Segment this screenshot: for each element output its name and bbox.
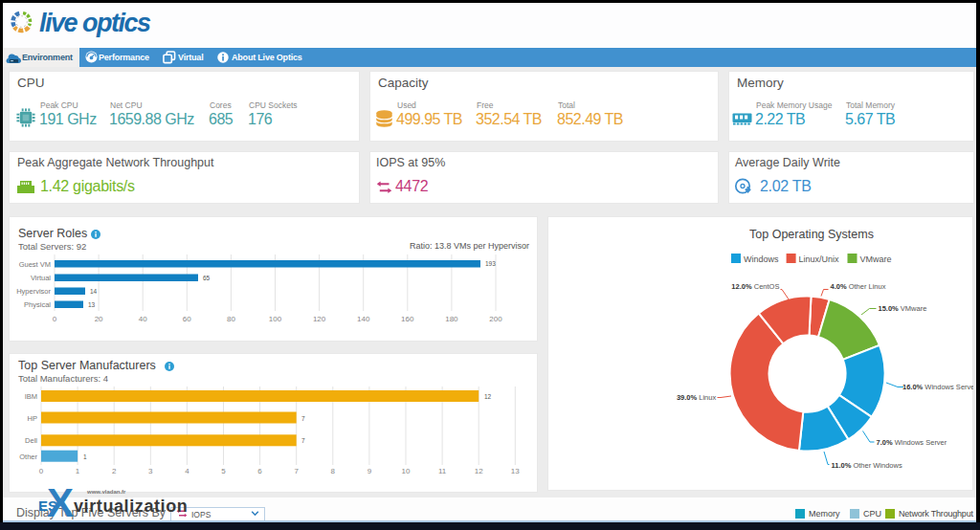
svg-text:1: 1	[76, 467, 80, 475]
svg-text:2: 2	[112, 467, 117, 475]
svg-text:Guest VM: Guest VM	[19, 260, 51, 269]
svg-text:12: 12	[484, 393, 492, 400]
svg-text:10: 10	[402, 467, 411, 475]
svg-text:193: 193	[485, 260, 496, 267]
svg-text:40: 40	[139, 315, 147, 323]
svg-text:16.0% Windows Server 2: 16.0% Windows Server 2	[902, 383, 973, 391]
svg-text:4: 4	[185, 467, 189, 475]
svg-text:140: 140	[357, 315, 370, 323]
svg-text:160: 160	[401, 315, 414, 323]
svg-text:3: 3	[148, 467, 153, 475]
svg-text:60: 60	[183, 315, 191, 323]
svg-text:HP: HP	[28, 414, 37, 423]
svg-text:80: 80	[227, 315, 235, 323]
svg-text:15.0% VMware: 15.0% VMware	[879, 304, 927, 313]
svg-text:4.0% Other Linux: 4.0% Other Linux	[831, 282, 886, 291]
svg-text:120: 120	[313, 315, 326, 323]
svg-text:5: 5	[221, 467, 226, 475]
svg-text:6: 6	[257, 467, 262, 475]
svg-text:200: 200	[489, 315, 502, 323]
svg-text:20: 20	[95, 315, 103, 323]
svg-text:0: 0	[53, 315, 57, 323]
svg-text:180: 180	[445, 315, 458, 323]
svg-text:13: 13	[511, 467, 520, 475]
svg-text:11.0% Other Windows: 11.0% Other Windows	[832, 461, 902, 470]
svg-text:14: 14	[90, 288, 98, 295]
svg-text:VMware: VMware	[860, 254, 892, 264]
svg-text:11: 11	[438, 467, 447, 475]
svg-text:100: 100	[269, 315, 282, 323]
svg-text:13: 13	[88, 301, 96, 308]
svg-text:Virtual: Virtual	[31, 274, 51, 282]
svg-text:0: 0	[39, 467, 44, 475]
svg-text:9: 9	[368, 467, 372, 475]
svg-text:Other: Other	[19, 453, 37, 461]
svg-text:39.0% Linux: 39.0% Linux	[677, 393, 717, 402]
svg-text:7: 7	[301, 415, 305, 422]
svg-text:65: 65	[203, 275, 211, 281]
svg-text:1: 1	[83, 453, 87, 460]
svg-text:Physical: Physical	[24, 300, 51, 309]
svg-text:Dell: Dell	[25, 436, 37, 445]
svg-text:IBM: IBM	[25, 392, 37, 401]
svg-text:Windows: Windows	[744, 254, 779, 264]
svg-text:8: 8	[331, 467, 336, 475]
svg-text:7: 7	[301, 437, 305, 444]
svg-text:7: 7	[294, 467, 299, 475]
svg-text:7.0% Windows Server: 7.0% Windows Server	[877, 438, 947, 447]
svg-text:12.0% CentOS: 12.0% CentOS	[731, 282, 779, 291]
svg-text:Hypervisor: Hypervisor	[16, 287, 51, 296]
svg-text:12: 12	[475, 467, 483, 475]
svg-text:Linux/Unix: Linux/Unix	[799, 254, 840, 264]
